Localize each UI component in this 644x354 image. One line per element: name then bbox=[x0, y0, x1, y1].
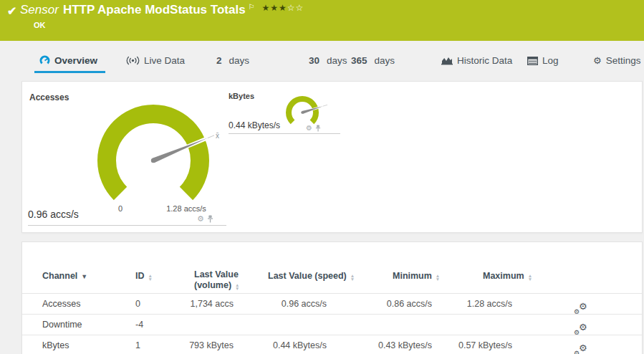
active-tab-underline bbox=[34, 71, 105, 73]
accesses-current-value: 0.96 accs/s bbox=[28, 209, 79, 220]
maximum-value: 1.28 accs/s bbox=[426, 294, 512, 314]
sensor-header: ✔ SensorHTTP Apache ModStatus Totals⚐★★★… bbox=[0, 0, 644, 41]
gauge-title-accesses: Accesses bbox=[29, 92, 69, 102]
tab-label: Live Data bbox=[144, 55, 185, 66]
tab-settings[interactable]: ⚙ Settings bbox=[593, 55, 640, 66]
channel-name: kBytes bbox=[42, 335, 69, 354]
tab-overview[interactable]: Overview bbox=[39, 55, 97, 66]
gauge-needle bbox=[153, 138, 208, 163]
channel-settings-button[interactable]: ⚙⚙ bbox=[574, 294, 592, 314]
last-value-volume: 793 kBytes bbox=[148, 335, 234, 354]
tab-number: 365 bbox=[351, 55, 367, 66]
double-gear-icon: ⚙⚙ bbox=[574, 338, 590, 353]
table-row-accesses[interactable]: Accesses 0 1,734 accs 0.96 accs/s 0.86 a… bbox=[22, 293, 642, 314]
sort-icon[interactable]: ▲▼ bbox=[148, 274, 153, 281]
channel-id: -4 bbox=[135, 315, 143, 335]
tab-historic-data[interactable]: Historic Data bbox=[441, 55, 512, 66]
sensor-kind-label: Sensor bbox=[20, 3, 59, 16]
pin-icon[interactable] bbox=[315, 125, 321, 132]
tab-log[interactable]: Log bbox=[527, 55, 559, 66]
tab-label: Log bbox=[542, 55, 559, 66]
channel-name: Downtime bbox=[42, 315, 82, 335]
maximum-value: 0.57 kBytes/s bbox=[426, 335, 512, 354]
priority-stars-empty: ☆☆ bbox=[287, 3, 304, 13]
sensor-tabbar: Overview Live Data 2 days 30 days 365 da… bbox=[0, 41, 644, 81]
pin-icon[interactable] bbox=[207, 215, 213, 223]
double-gear-icon: ⚙⚙ bbox=[574, 297, 590, 311]
area-chart-icon bbox=[441, 56, 453, 65]
tab-label: Historic Data bbox=[457, 55, 512, 66]
column-header-last-value-speed[interactable]: Last Value (speed)▲▼ bbox=[268, 271, 355, 281]
gauge-title-kbytes: kBytes bbox=[229, 92, 254, 100]
column-header-id[interactable]: ID▲▼ bbox=[135, 271, 153, 281]
gauge-needle bbox=[302, 106, 322, 114]
gauge-divider bbox=[28, 225, 226, 226]
priority-stars[interactable]: ★★★☆☆ bbox=[262, 3, 304, 13]
sort-icon[interactable]: ▲▼ bbox=[528, 274, 532, 281]
column-header-channel[interactable]: Channel▼ bbox=[42, 271, 87, 281]
channel-rows: Accesses 0 1,734 accs 0.96 accs/s 0.86 a… bbox=[22, 293, 642, 354]
channel-name: Accesses bbox=[42, 294, 81, 314]
channel-gear-icon[interactable]: ⚙ bbox=[306, 125, 312, 132]
tab-live-data[interactable]: Live Data bbox=[126, 55, 185, 66]
channel-gear-icon[interactable]: ⚙ bbox=[197, 215, 204, 223]
last-value-speed: 0.96 accs/s bbox=[241, 294, 327, 314]
kbytes-gauge-actions: ⚙ bbox=[306, 125, 321, 132]
column-header-last-value-volume[interactable]: Last Value (volume)▲▼ bbox=[194, 269, 240, 291]
sensor-title-row: SensorHTTP Apache ModStatus Totals⚐★★★☆☆ bbox=[20, 3, 304, 17]
sort-desc-icon[interactable]: ▼ bbox=[81, 273, 87, 280]
table-row-downtime[interactable]: Downtime -4 ⚙⚙ bbox=[22, 314, 642, 335]
flag-icon[interactable]: ⚐ bbox=[249, 3, 255, 11]
sort-icon[interactable]: ▲▼ bbox=[436, 274, 440, 281]
tab-label: days bbox=[375, 55, 395, 66]
channel-id: 0 bbox=[135, 294, 140, 314]
channels-table-panel: Channel▼ ID▲▼ Last Value (volume)▲▼ Last… bbox=[21, 241, 643, 354]
tab-label: Settings bbox=[606, 55, 641, 66]
priority-stars-filled: ★★★ bbox=[262, 3, 287, 13]
column-header-minimum[interactable]: Minimum▲▼ bbox=[393, 271, 440, 281]
tab-label: days bbox=[327, 55, 347, 66]
status-check-icon: ✔ bbox=[7, 4, 16, 18]
last-value-speed: 0.44 kBytes/s bbox=[241, 335, 327, 354]
channel-id: 1 bbox=[135, 335, 140, 354]
tab-label: days bbox=[229, 55, 250, 66]
tab-number: 2 bbox=[216, 55, 222, 66]
table-row-kbytes[interactable]: kBytes 1 793 kBytes 0.44 kBytes/s 0.43 k… bbox=[22, 335, 642, 354]
channel-settings-button[interactable]: ⚙⚙ bbox=[574, 315, 592, 335]
kbytes-current-value: 0.44 kBytes/s bbox=[229, 120, 280, 130]
broadcast-icon bbox=[126, 56, 140, 65]
sensor-status-text: OK bbox=[34, 21, 46, 29]
minimum-value: 0.86 accs/s bbox=[346, 294, 432, 314]
gauges-panel: Accesses x̄ 0 1.28 accs/s 0.96 accs/s ⚙ … bbox=[21, 81, 643, 233]
last-value-volume: 1,734 accs bbox=[148, 294, 234, 314]
tab-label: Overview bbox=[54, 55, 97, 66]
average-marker: x̄ bbox=[216, 132, 219, 140]
channel-settings-button[interactable]: ⚙⚙ bbox=[574, 335, 592, 354]
tab-number: 30 bbox=[309, 55, 319, 66]
gauge-scale-min: 0 bbox=[99, 204, 142, 213]
sensor-title: HTTP Apache ModStatus Totals bbox=[63, 3, 246, 16]
tab-365-days[interactable]: 365 days bbox=[351, 55, 395, 66]
kbytes-gauge bbox=[277, 89, 329, 139]
sort-icon[interactable]: ▲▼ bbox=[235, 283, 239, 290]
prtg-sensor-page: ✔ SensorHTTP Apache ModStatus Totals⚐★★★… bbox=[0, 0, 644, 354]
minimum-value: 0.43 kBytes/s bbox=[346, 335, 432, 354]
gauge-scale-max: 1.28 accs/s bbox=[154, 204, 218, 213]
tab-2-days[interactable]: 2 days bbox=[216, 55, 249, 66]
log-list-icon bbox=[527, 57, 538, 65]
gauge-icon bbox=[39, 55, 50, 66]
settings-gear-icon: ⚙ bbox=[593, 56, 602, 65]
column-header-maximum[interactable]: Maximum▲▼ bbox=[483, 271, 532, 281]
sort-icon[interactable]: ▲▼ bbox=[350, 274, 355, 281]
double-gear-icon: ⚙⚙ bbox=[574, 317, 590, 332]
gauge-divider bbox=[229, 133, 340, 134]
accesses-gauge-actions: ⚙ bbox=[197, 215, 213, 223]
tab-30-days[interactable]: 30 days bbox=[309, 55, 347, 66]
